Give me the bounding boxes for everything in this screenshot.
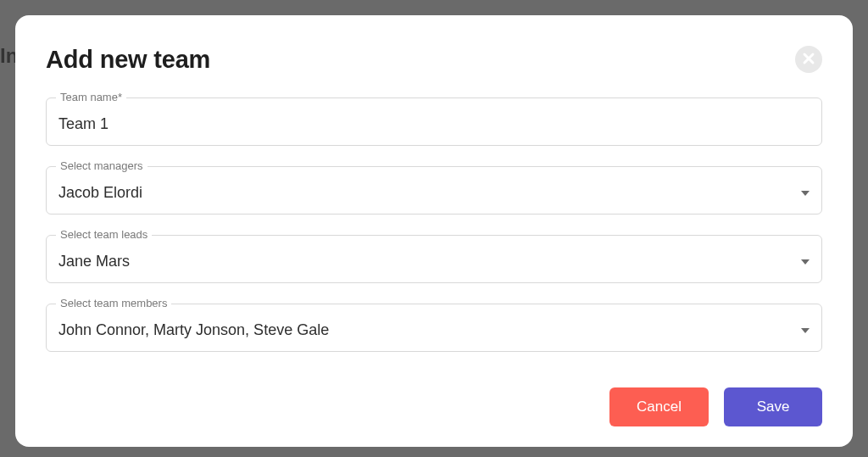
managers-select[interactable]: Jacob Elordi — [58, 184, 810, 202]
team-leads-field-wrapper[interactable]: Select team leads Jane Mars — [46, 235, 822, 283]
team-name-label: Team name* — [56, 91, 126, 103]
chevron-down-icon — [801, 328, 810, 333]
chevron-down-icon — [801, 259, 810, 265]
managers-value: Jacob Elordi — [58, 184, 142, 202]
managers-field-wrapper[interactable]: Select managers Jacob Elordi — [46, 166, 822, 215]
modal-header: Add new team — [46, 46, 822, 74]
team-leads-value: Jane Mars — [58, 253, 130, 270]
add-team-modal: Add new team Team name* Select managers … — [15, 15, 853, 447]
team-members-value: John Connor, Marty Jonson, Steve Gale — [58, 321, 329, 339]
team-members-field-wrapper[interactable]: Select team members John Connor, Marty J… — [46, 304, 822, 352]
cancel-button[interactable]: Cancel — [609, 387, 709, 426]
modal-title: Add new team — [46, 46, 210, 74]
close-icon — [802, 52, 815, 68]
team-members-select[interactable]: John Connor, Marty Jonson, Steve Gale — [58, 321, 810, 339]
team-leads-label: Select team leads — [56, 228, 152, 241]
chevron-down-icon — [801, 191, 810, 196]
managers-label: Select managers — [56, 159, 147, 172]
team-name-input[interactable] — [58, 115, 810, 133]
close-button[interactable] — [795, 46, 822, 73]
team-leads-select[interactable]: Jane Mars — [58, 253, 810, 270]
modal-footer: Cancel Save — [46, 371, 822, 426]
team-name-field-wrapper[interactable]: Team name* — [46, 98, 822, 146]
save-button[interactable]: Save — [724, 387, 822, 426]
team-members-label: Select team members — [56, 297, 171, 309]
form-fields: Team name* Select managers Jacob Elordi … — [46, 98, 822, 352]
